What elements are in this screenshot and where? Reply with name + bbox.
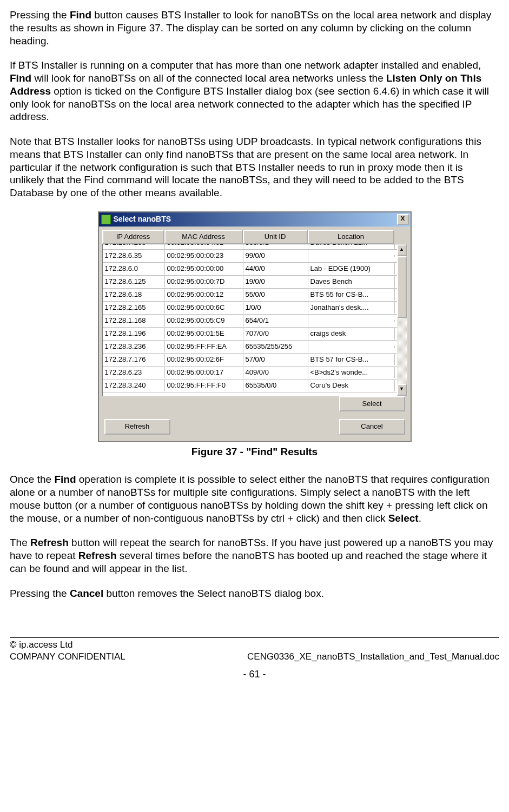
paragraph-4: Once the Find operation is complete it i… bbox=[10, 473, 499, 524]
dialog-titlebar: Select nanoBTS X bbox=[99, 212, 411, 227]
cell-uid: 99/0/0 bbox=[243, 250, 308, 261]
cell-ip: 172.28.3.236 bbox=[103, 341, 165, 352]
cell-loc: BTS 55 for CS-B... bbox=[308, 289, 395, 300]
cell-uid: 65535/0/0 bbox=[243, 380, 308, 391]
cell-loc: <B>ds2's wonde... bbox=[308, 367, 395, 378]
cell-uid: 19/0/0 bbox=[243, 276, 308, 287]
page-number: - 61 - bbox=[10, 668, 499, 681]
table-row[interactable]: 172.28.1.19600:02:95:00:01:5E707/0/0crai… bbox=[103, 328, 397, 341]
cell-ip: 172.28.7.176 bbox=[103, 354, 165, 365]
dialog-title: Select nanoBTS bbox=[114, 215, 397, 224]
cell-ip: 172.28.6.125 bbox=[103, 276, 165, 287]
cell-loc bbox=[308, 255, 395, 257]
footer-docname: CENG0336_XE_nanoBTS_Installation_and_Tes… bbox=[247, 651, 499, 663]
cell-ip: 172.28.1.196 bbox=[103, 328, 165, 339]
table-row[interactable]: 172.28.3.24000:02:95:FF:FF:F065535/0/0Co… bbox=[103, 380, 397, 392]
table-row[interactable]: 172.28.6.12500:02:95:00:00:7D19/0/0Daves… bbox=[103, 276, 397, 289]
table-row[interactable]: 172.28.6.3500:02:95:00:00:2399/0/0 bbox=[103, 250, 397, 263]
paragraph-5: The Refresh button will repeat the searc… bbox=[10, 536, 499, 575]
cell-loc bbox=[308, 346, 395, 348]
cell-mac: 00:02:95:00:00:7D bbox=[165, 276, 243, 287]
select-button[interactable]: Select bbox=[339, 396, 405, 411]
cell-loc: Jonathan's desk.... bbox=[308, 302, 395, 313]
cell-uid: 409/0/0 bbox=[243, 367, 308, 378]
header-mac[interactable]: MAC Address bbox=[164, 230, 243, 244]
cell-ip: 172.28.3.240 bbox=[103, 380, 165, 391]
paragraph-3: Note that BTS Installer looks for nanoBT… bbox=[10, 135, 499, 199]
cell-mac: 00:02:95:00:02:6F bbox=[165, 354, 243, 365]
figure-caption: Figure 37 - "Find" Results bbox=[10, 445, 499, 458]
cell-mac: 00:02:95:FF:FF:EA bbox=[165, 341, 243, 352]
cell-loc: craigs desk bbox=[308, 328, 395, 339]
cell-mac: 00:02:95:00:00:00 bbox=[165, 263, 243, 274]
table-row[interactable]: 172.28.6.2300:02:95:00:00:17409/0/0<B>ds… bbox=[103, 367, 397, 380]
cell-mac: 00:02:95:00:00:6C bbox=[165, 302, 243, 313]
cell-loc bbox=[308, 320, 395, 322]
results-list: 172.28.7.20800:02:95:00:04:0D505/0/1Dave… bbox=[102, 244, 407, 396]
cancel-button[interactable]: Cancel bbox=[339, 419, 405, 434]
cell-loc: Lab - EDGE (1900) bbox=[308, 263, 395, 274]
cell-mac: 00:02:95:00:00:23 bbox=[165, 250, 243, 261]
table-row[interactable]: 172.28.3.23600:02:95:FF:FF:EA65535/255/2… bbox=[103, 341, 397, 354]
header-loc[interactable]: Location bbox=[308, 230, 394, 244]
cell-loc: Coru's Desk bbox=[308, 380, 395, 391]
cell-mac: 00:02:95:FF:FF:F0 bbox=[165, 380, 243, 391]
scroll-thumb[interactable] bbox=[397, 256, 407, 318]
cell-ip: 172.28.6.23 bbox=[103, 367, 165, 378]
select-nanobts-dialog: Select nanoBTS X IP Address MAC Address … bbox=[98, 211, 412, 442]
cell-ip: 172.28.7.208 bbox=[103, 244, 165, 249]
cell-mac: 00:02:95:00:00:12 bbox=[165, 289, 243, 300]
paragraph-6: Pressing the Cancel button removes the S… bbox=[10, 587, 499, 600]
vertical-scrollbar[interactable]: ▲ ▼ bbox=[397, 244, 407, 396]
cell-uid: 65535/255/255 bbox=[243, 341, 308, 352]
table-row[interactable]: 172.28.7.17600:02:95:00:02:6F57/0/0BTS 5… bbox=[103, 354, 397, 367]
cell-mac: 00:02:95:00:01:5E bbox=[165, 328, 243, 339]
cell-loc: BTS 57 for CS-B... bbox=[308, 354, 395, 365]
cell-uid: 44/0/0 bbox=[243, 263, 308, 274]
footer: © ip.access Ltd COMPANY CONFIDENTIAL CEN… bbox=[10, 639, 499, 681]
header-ip[interactable]: IP Address bbox=[102, 230, 164, 244]
cell-mac: 00:02:95:00:00:17 bbox=[165, 367, 243, 378]
table-row[interactable]: 172.28.6.1800:02:95:00:00:1255/0/0BTS 55… bbox=[103, 289, 397, 302]
scroll-track[interactable] bbox=[397, 256, 407, 384]
footer-rule bbox=[10, 637, 499, 638]
app-icon bbox=[101, 215, 111, 224]
paragraph-1: Pressing the Find button causes BTS Inst… bbox=[10, 9, 499, 47]
close-button[interactable]: X bbox=[397, 214, 409, 225]
cell-uid: 707/0/0 bbox=[243, 328, 308, 339]
footer-confidential: COMPANY CONFIDENTIAL bbox=[10, 651, 125, 663]
cell-uid: 55/0/0 bbox=[243, 289, 308, 300]
table-row[interactable]: 172.28.7.20800:02:95:00:04:0D505/0/1Dave… bbox=[103, 244, 397, 250]
cell-loc: Daves Bench 21... bbox=[308, 244, 395, 249]
cell-loc: Daves Bench bbox=[308, 276, 395, 287]
scroll-down-button[interactable]: ▼ bbox=[397, 384, 407, 396]
footer-copyright: © ip.access Ltd bbox=[10, 639, 499, 651]
cell-ip: 172.28.6.35 bbox=[103, 250, 165, 261]
paragraph-2: If BTS Installer is running on a compute… bbox=[10, 59, 499, 123]
refresh-button[interactable]: Refresh bbox=[104, 419, 170, 434]
table-row[interactable]: 172.28.1.16800:02:95:00:05:C9654/0/1 bbox=[103, 315, 397, 328]
cell-uid: 654/0/1 bbox=[243, 315, 308, 326]
cell-ip: 172.28.1.168 bbox=[103, 315, 165, 326]
cell-ip: 172.28.6.0 bbox=[103, 263, 165, 274]
cell-uid: 1/0/0 bbox=[243, 302, 308, 313]
scroll-up-button[interactable]: ▲ bbox=[397, 244, 407, 256]
cell-mac: 00:02:95:00:04:0D bbox=[165, 244, 243, 249]
cell-mac: 00:02:95:00:05:C9 bbox=[165, 315, 243, 326]
cell-uid: 57/0/0 bbox=[243, 354, 308, 365]
table-row[interactable]: 172.28.6.000:02:95:00:00:0044/0/0Lab - E… bbox=[103, 263, 397, 276]
cell-uid: 505/0/1 bbox=[243, 244, 308, 249]
header-uid[interactable]: Unit ID bbox=[243, 230, 308, 244]
cell-ip: 172.28.2.165 bbox=[103, 302, 165, 313]
table-row[interactable]: 172.28.2.16500:02:95:00:00:6C1/0/0Jonath… bbox=[103, 302, 397, 315]
column-headers: IP Address MAC Address Unit ID Location bbox=[102, 230, 407, 244]
cell-ip: 172.28.6.18 bbox=[103, 289, 165, 300]
